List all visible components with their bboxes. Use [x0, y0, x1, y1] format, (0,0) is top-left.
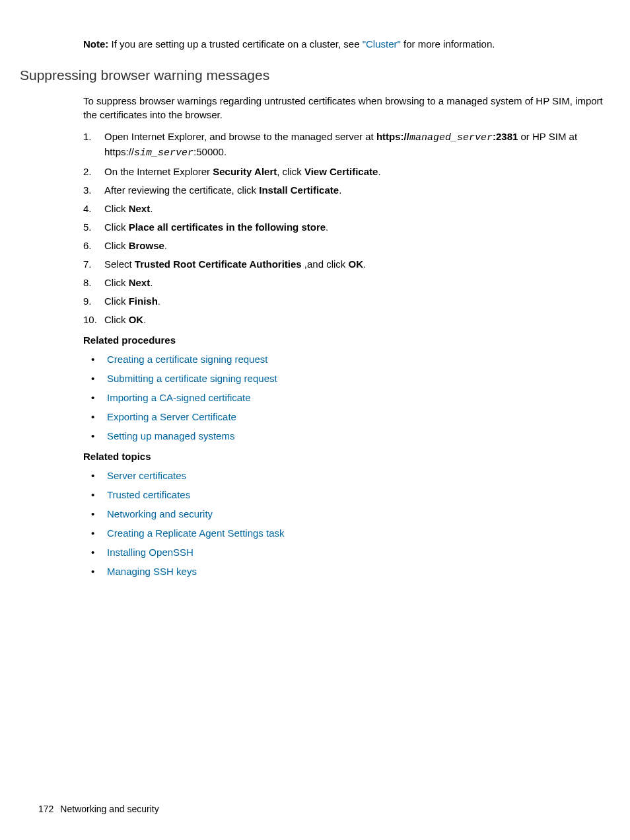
step-4: Click Next.	[83, 202, 604, 215]
list-item: Networking and security	[83, 507, 630, 521]
step-6: Click Browse.	[83, 239, 604, 252]
step-2: On the Internet Explorer Security Alert,…	[83, 165, 604, 178]
related-procedure-link[interactable]: Exporting a Server Certificate	[107, 411, 236, 422]
related-topic-link[interactable]: Trusted certificates	[107, 489, 190, 500]
list-item: Setting up managed systems	[83, 429, 630, 443]
step-9: Click Finish.	[83, 294, 604, 308]
step-5: Click Place all certificates in the foll…	[83, 220, 604, 234]
note-label: Note:	[83, 38, 108, 50]
step-1: Open Internet Explorer, and browse to th…	[83, 130, 604, 160]
section-heading: Suppressing browser warning messages	[20, 65, 630, 85]
list-item: Importing a CA-signed certificate	[83, 391, 630, 404]
related-procedures-heading: Related procedures	[83, 333, 630, 347]
related-procedure-link[interactable]: Creating a certificate signing request	[107, 354, 267, 365]
list-item: Managing SSH keys	[83, 564, 630, 578]
list-item: Exporting a Server Certificate	[83, 410, 630, 424]
related-procedure-link[interactable]: Importing a CA-signed certificate	[107, 392, 251, 403]
related-procedures-list: Creating a certificate signing request S…	[83, 352, 630, 443]
note-paragraph: Note: If you are setting up a trusted ce…	[83, 37, 630, 51]
related-procedure-link[interactable]: Submitting a certificate signing request	[107, 373, 277, 384]
list-item: Creating a Replicate Agent Settings task	[83, 526, 630, 540]
page-footer: 172Networking and security	[38, 803, 159, 816]
footer-section: Networking and security	[60, 804, 158, 814]
related-topic-link[interactable]: Creating a Replicate Agent Settings task	[107, 527, 285, 539]
step-7: Select Trusted Root Certificate Authorit…	[83, 257, 604, 271]
cluster-link[interactable]: "Cluster"	[363, 38, 401, 50]
related-topic-link[interactable]: Server certificates	[107, 470, 186, 481]
related-procedure-link[interactable]: Setting up managed systems	[107, 430, 234, 441]
step-3: After reviewing the certificate, click I…	[83, 183, 604, 197]
related-topic-link[interactable]: Installing OpenSSH	[107, 547, 193, 558]
step-10: Click OK.	[83, 313, 604, 326]
list-item: Installing OpenSSH	[83, 545, 630, 559]
related-topics-heading: Related topics	[83, 449, 630, 463]
related-topic-link[interactable]: Managing SSH keys	[107, 566, 197, 577]
note-text-after: for more information.	[401, 38, 495, 50]
note-text-before: If you are setting up a trusted certific…	[108, 38, 362, 50]
list-item: Submitting a certificate signing request	[83, 371, 630, 385]
list-item: Trusted certificates	[83, 488, 630, 502]
related-topics-list: Server certificates Trusted certificates…	[83, 469, 630, 578]
related-topic-link[interactable]: Networking and security	[107, 508, 213, 519]
steps-list: Open Internet Explorer, and browse to th…	[83, 130, 604, 326]
intro-paragraph: To suppress browser warnings regarding u…	[83, 94, 604, 122]
list-item: Creating a certificate signing request	[83, 352, 630, 366]
page-number: 172	[38, 804, 53, 814]
list-item: Server certificates	[83, 469, 630, 482]
step-8: Click Next.	[83, 276, 604, 289]
